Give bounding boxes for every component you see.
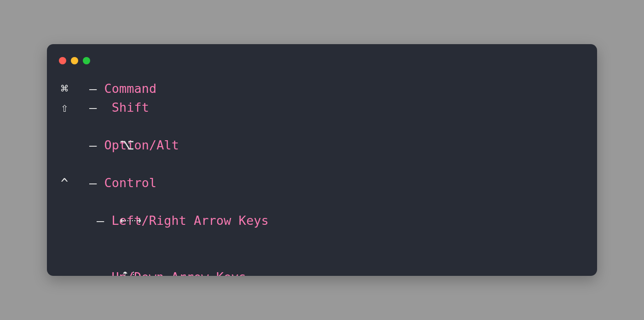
separator: — — [89, 173, 97, 192]
legend-row: ⌘ — Command — [61, 79, 583, 98]
legend-row: — Option/Alt — [61, 117, 583, 173]
maximize-icon[interactable] — [83, 57, 90, 64]
terminal-content: ⌘ — Command ⇧ — Shift — Option/Alt ^ — C… — [47, 67, 597, 276]
shift-icon: ⇧ — [61, 98, 89, 117]
legend-label: Option/Alt — [97, 136, 179, 154]
legend-row: — Left/Right Arrow Keys — [61, 192, 583, 249]
separator: — — [89, 79, 97, 98]
up-down-arrow-icon — [61, 249, 97, 276]
control-icon: ^ — [61, 173, 89, 192]
command-icon: ⌘ — [61, 79, 89, 98]
legend-row: — Up/Down Arrow Keys — [61, 249, 583, 276]
legend-label: Control — [97, 173, 156, 192]
legend-row: ⇧ — Shift — [61, 98, 583, 117]
minimize-icon[interactable] — [71, 57, 78, 64]
terminal-window: ⌘ — Command ⇧ — Shift — Option/Alt ^ — C… — [47, 44, 597, 276]
legend-row: ^ — Control — [61, 173, 583, 192]
separator: — — [97, 268, 104, 276]
option-icon — [61, 117, 89, 173]
separator: — — [89, 136, 97, 154]
legend-label: Shift — [97, 98, 149, 117]
legend-label: Command — [97, 79, 156, 98]
separator: — — [89, 98, 97, 117]
separator: — — [97, 211, 104, 230]
close-icon[interactable] — [59, 57, 66, 64]
window-titlebar — [47, 44, 597, 67]
left-right-arrow-icon — [61, 192, 97, 249]
